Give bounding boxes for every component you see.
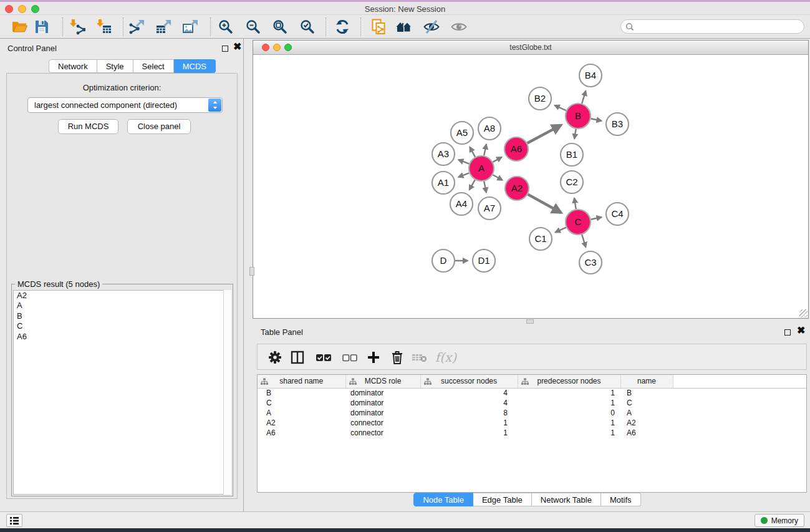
- show-all-button[interactable]: [450, 18, 468, 36]
- edge-B-B3[interactable]: [591, 118, 602, 121]
- edge-A-A1[interactable]: [458, 173, 469, 177]
- result-list-item[interactable]: A2: [14, 291, 231, 301]
- create-column-button[interactable]: [365, 349, 382, 366]
- task-history-button[interactable]: [6, 514, 22, 527]
- result-list-item[interactable]: C: [14, 321, 231, 331]
- table-row[interactable]: Cdominator41C: [258, 398, 807, 408]
- search-input[interactable]: [636, 21, 801, 32]
- import-network-button[interactable]: [69, 18, 86, 36]
- edge-C-C2[interactable]: [574, 198, 576, 210]
- edge-A-A6[interactable]: [493, 157, 501, 162]
- result-list-item[interactable]: B: [14, 311, 231, 321]
- network-canvas[interactable]: AA1A2A3A4A5A6A7A8BB1B2B3B4CC1C2C3C4DD1: [253, 55, 808, 318]
- tab-network[interactable]: Network: [49, 59, 97, 73]
- edge-B-B1[interactable]: [574, 129, 576, 139]
- select-all-button[interactable]: [315, 349, 332, 366]
- edge-A-A8[interactable]: [484, 144, 486, 155]
- tab-node-table[interactable]: Node Table: [413, 493, 473, 506]
- edge-B-B2[interactable]: [555, 105, 566, 110]
- graph-node-C4[interactable]: C4: [606, 203, 629, 225]
- graph-node-C[interactable]: C: [566, 210, 591, 235]
- tab-select[interactable]: Select: [133, 59, 174, 73]
- zoom-in-button[interactable]: [217, 18, 234, 36]
- tab-style[interactable]: Style: [97, 59, 133, 73]
- delete-column-button[interactable]: [388, 349, 406, 366]
- zoom-selected-button[interactable]: [299, 18, 316, 36]
- float-table-panel-icon[interactable]: [784, 329, 791, 336]
- float-panel-icon[interactable]: [222, 46, 228, 52]
- tab-edge-table[interactable]: Edge Table: [473, 493, 532, 506]
- memory-button[interactable]: Memory: [755, 514, 804, 527]
- deselect-all-button[interactable]: [341, 349, 359, 366]
- table-row[interactable]: A2connector11A2: [258, 418, 807, 428]
- column-header-shared-name[interactable]: shared name: [258, 375, 345, 388]
- horizontal-splitter-handle[interactable]: [526, 319, 534, 324]
- export-image-button[interactable]: [181, 18, 199, 36]
- vertical-splitter-handle[interactable]: [249, 267, 254, 276]
- result-list-item[interactable]: A: [14, 301, 231, 311]
- graph-node-B1[interactable]: B1: [561, 143, 583, 166]
- zoom-fit-button[interactable]: [271, 18, 289, 36]
- graph-node-A4[interactable]: A4: [450, 193, 473, 215]
- edge-B-B4[interactable]: [582, 91, 586, 104]
- apply-layout-button[interactable]: [334, 18, 351, 36]
- close-panel-icon[interactable]: ✖: [233, 41, 241, 52]
- edge-A-A4[interactable]: [470, 180, 475, 190]
- graph-node-C2[interactable]: C2: [561, 171, 583, 193]
- graph-node-A7[interactable]: A7: [478, 197, 501, 220]
- tab-network-table[interactable]: Network Table: [532, 493, 601, 506]
- graph-node-B[interactable]: B: [566, 104, 591, 128]
- graph-node-D1[interactable]: D1: [473, 249, 495, 272]
- edge-A-A3[interactable]: [458, 160, 469, 163]
- table-settings-button[interactable]: [266, 349, 284, 366]
- edge-C-C1[interactable]: [556, 228, 566, 233]
- hide-selected-button[interactable]: [423, 18, 440, 36]
- table-row[interactable]: A6connector11A6: [258, 428, 807, 438]
- result-scrollbar[interactable]: [223, 290, 231, 495]
- edge-A6-B[interactable]: [528, 125, 561, 143]
- import-table-button[interactable]: [95, 18, 113, 36]
- zoom-out-button[interactable]: [244, 18, 262, 36]
- table-row[interactable]: Bdominator41B: [258, 388, 807, 398]
- edge-A-A2[interactable]: [493, 175, 502, 180]
- graph-node-B3[interactable]: B3: [606, 113, 629, 135]
- graph-node-C3[interactable]: C3: [579, 251, 602, 274]
- first-neighbors-button[interactable]: [395, 18, 413, 36]
- graph-node-C1[interactable]: C1: [529, 228, 552, 250]
- column-header-successor-nodes[interactable]: successor nodes: [420, 375, 518, 388]
- delete-table-button[interactable]: [411, 349, 428, 366]
- resize-grip[interactable]: [799, 309, 808, 317]
- run-mcds-button[interactable]: Run MCDS: [58, 119, 118, 134]
- new-network-from-selection-button[interactable]: [370, 18, 388, 36]
- graph-node-A[interactable]: A: [469, 156, 494, 181]
- graph-node-A3[interactable]: A3: [432, 143, 455, 165]
- column-header-predecessor-nodes[interactable]: predecessor nodes: [518, 375, 620, 388]
- tab-motifs[interactable]: Motifs: [601, 493, 641, 506]
- export-network-button[interactable]: [128, 18, 145, 36]
- open-session-button[interactable]: [11, 18, 28, 36]
- graph-node-A5[interactable]: A5: [451, 122, 473, 144]
- network-window-titlebar[interactable]: testGlobe.txt: [253, 41, 808, 55]
- graph-node-B4[interactable]: B4: [579, 64, 602, 87]
- column-header-name[interactable]: name: [620, 375, 673, 388]
- graph-node-A1[interactable]: A1: [432, 172, 455, 194]
- edge-C-C4[interactable]: [591, 217, 602, 220]
- function-builder-button[interactable]: f(x): [433, 349, 458, 366]
- edge-C-C3[interactable]: [582, 235, 586, 247]
- table-row[interactable]: Adominator80A: [258, 408, 807, 418]
- edge-A2-C[interactable]: [528, 195, 561, 213]
- graph-node-A6[interactable]: A6: [504, 137, 528, 161]
- column-header-MCDS-role[interactable]: MCDS role: [345, 375, 420, 388]
- edge-A-A5[interactable]: [470, 147, 475, 157]
- close-table-panel-icon[interactable]: ✖: [797, 325, 805, 336]
- save-session-button[interactable]: [33, 18, 51, 36]
- tab-mcds[interactable]: MCDS: [174, 59, 216, 73]
- graph-node-D[interactable]: D: [432, 249, 455, 272]
- graph-node-A2[interactable]: A2: [505, 177, 529, 200]
- edge-A-A7[interactable]: [484, 181, 486, 193]
- optimization-criterion-select[interactable]: largest connected component (directed): [27, 97, 223, 113]
- graph-node-A8[interactable]: A8: [478, 117, 501, 140]
- show-columns-button[interactable]: [289, 349, 306, 366]
- export-table-button[interactable]: [155, 18, 172, 36]
- result-list-item[interactable]: A6: [14, 332, 231, 342]
